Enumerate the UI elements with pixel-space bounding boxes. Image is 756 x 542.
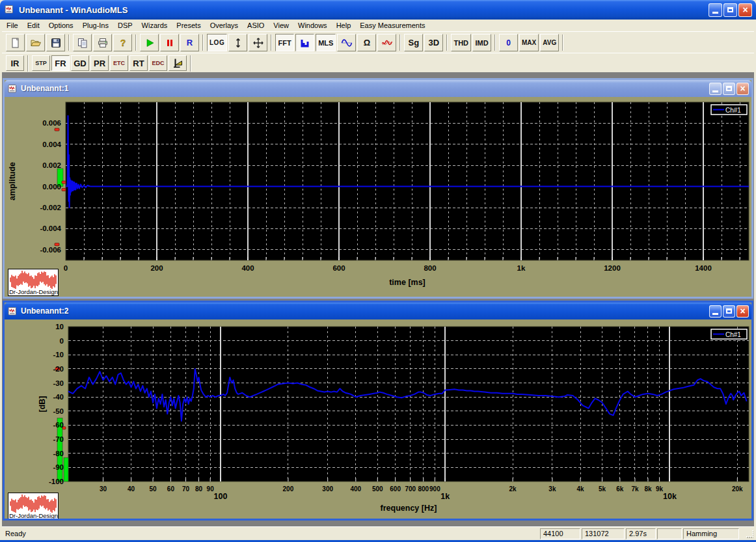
toolbar-button-log-scale[interactable]: LOG [207, 34, 227, 51]
child2-minimize-button[interactable] [709, 305, 722, 318]
toolbar-button-thd[interactable]: THD [451, 34, 471, 51]
x-minor-tick-label: 3k [548, 485, 556, 493]
toolbar-button-reverb-time[interactable]: RT [129, 55, 148, 71]
menu-windows[interactable]: Windows [293, 21, 332, 30]
menu-dsp[interactable]: DSP [113, 21, 137, 30]
toolbar-button-open-file[interactable] [26, 34, 45, 51]
toolbar-button-signal-generator[interactable]: Sg [404, 34, 423, 51]
toolbar-button-generator[interactable] [169, 55, 187, 71]
menu-easy-measurements[interactable]: Easy Measurements [355, 21, 429, 30]
toolbar-button-help[interactable]: ? [113, 34, 132, 51]
toolbar-button-frequency-response[interactable]: FR [51, 55, 70, 71]
svg-text:Ch#1: Ch#1 [725, 107, 741, 114]
toolbar-button-pause[interactable] [160, 34, 179, 51]
child1-minimize-button[interactable] [709, 83, 722, 95]
toolbar-button-vertical-scale[interactable] [228, 34, 247, 51]
status-bar: Ready 44100 131072 2.97s Hamming [2, 526, 754, 540]
dr-jordan-design-logo: Dr-Jordan-Design [8, 269, 59, 296]
toolbar-button-polar-wave[interactable] [377, 34, 396, 51]
toolbar-button-fft[interactable]: FFT [275, 34, 294, 51]
toolbar-button-phase-response[interactable]: PR [90, 55, 109, 71]
toolbar-button-mls[interactable]: MLS [316, 34, 336, 51]
child-window-impulse: Unbenannt:1 × Ch#10.0060.0040.0020.000-0… [3, 78, 753, 299]
status-sample-rate: 44100 [540, 528, 580, 539]
toolbar-button-copy[interactable] [73, 34, 92, 51]
child-window-2-title: Unbenannt:2 [21, 306, 709, 316]
child1-close-button[interactable]: × [736, 83, 749, 95]
y-tick-label: -30 [53, 379, 64, 387]
toolbar-separator [562, 34, 563, 51]
legend: Ch#1 [711, 329, 747, 339]
close-button[interactable]: × [738, 3, 752, 17]
y-axis-label: [dB] [38, 396, 47, 413]
y-tick-label: -40 [53, 393, 64, 401]
toolbar-button-zero[interactable]: 0 [499, 34, 518, 51]
toolbar-button-play[interactable] [140, 34, 159, 51]
level-meter-bar [64, 457, 68, 481]
spectrum-icon [299, 37, 311, 49]
x-minor-tick-label: 700 [405, 485, 416, 493]
menu-file[interactable]: File [2, 21, 23, 30]
child1-maximize-button[interactable] [723, 83, 735, 95]
toolbar-button-impulse-response[interactable]: IR [6, 55, 24, 71]
toolbar-button-energy-time-curve[interactable]: ETC [110, 55, 128, 71]
x-tick-label: 0 [64, 264, 68, 272]
toolbar-separator [494, 34, 496, 51]
x-tick-label: 1400 [695, 264, 712, 272]
menu-asio[interactable]: ASIO [243, 21, 269, 30]
y-tick-label: -60 [53, 421, 64, 429]
child2-close-button[interactable]: × [736, 305, 749, 318]
toolbar-button-record[interactable]: R [180, 34, 199, 51]
x-tick-label: 400 [241, 264, 254, 272]
toolbar-button-new-file[interactable] [6, 34, 25, 51]
toolbar-button-group-delay[interactable]: GD [71, 55, 89, 71]
toolbar-button-average[interactable]: AVG [540, 34, 559, 51]
impulse-chart: Ch#10.0060.0040.0020.000-0.002-0.004-0.0… [5, 97, 751, 297]
move-icon [252, 37, 264, 49]
toolbar-button-imd[interactable]: IMD [472, 34, 491, 51]
peak-hold-marker [62, 188, 66, 191]
x-minor-tick-label: 8k [644, 485, 652, 493]
toolbar-button-spectrum[interactable] [295, 34, 314, 51]
menu-help[interactable]: Help [332, 21, 356, 30]
floppy-icon [50, 37, 62, 49]
x-tick-label: 200 [150, 264, 163, 272]
status-message: Ready [2, 530, 540, 537]
toolbar-button-step-response[interactable]: STP [32, 55, 50, 71]
peak-hold-marker [55, 128, 59, 131]
menu-wizards[interactable]: Wizards [137, 21, 172, 30]
toolbar-separator [135, 34, 137, 51]
status-fft-size: 131072 [582, 528, 625, 539]
x-tick-label: 600 [332, 264, 345, 272]
toolbar-button-save-file[interactable] [46, 34, 65, 51]
x-minor-tick-label: 200 [283, 485, 294, 493]
x-tick-label: 1k [440, 492, 450, 501]
toolbar-button-sine-signal[interactable] [337, 34, 356, 51]
main-toolbar: ?RLOGFFTMLSΩSg3DTHDIMD0MAXAVG [2, 31, 754, 53]
toolbar-button-pan-move[interactable] [249, 34, 267, 51]
toolbar-button-impedance[interactable]: Ω [357, 34, 376, 51]
toolbar-button-print[interactable] [93, 34, 112, 51]
menu-options[interactable]: Options [44, 21, 78, 30]
child-window-1-titlebar[interactable]: Unbenannt:1 × [5, 80, 751, 97]
toolbar-button-max-hold[interactable]: MAX [519, 34, 539, 51]
x-minor-tick-label: 90 [207, 485, 215, 493]
svg-text:?: ? [120, 38, 126, 48]
child2-maximize-button[interactable] [723, 305, 735, 318]
menu-view[interactable]: View [269, 21, 293, 30]
toolbar-button-waterfall-3d[interactable]: 3D [424, 34, 443, 51]
sine-icon [341, 37, 353, 49]
resize-grip[interactable] [744, 528, 753, 539]
child-window-2-titlebar[interactable]: Unbenannt:2 × [5, 303, 751, 319]
toolbar-button-energy-decay-curve[interactable]: EDC [149, 55, 167, 71]
menu-presets[interactable]: Presets [172, 21, 205, 30]
maximize-button[interactable] [723, 3, 737, 17]
menu-plug-ins[interactable]: Plug-Ins [78, 21, 113, 30]
minimize-button[interactable] [709, 3, 722, 17]
x-minor-tick-label: 50 [149, 485, 157, 493]
main-titlebar[interactable]: Unbenannt - WinAudioMLS × [0, 0, 756, 20]
menu-overlays[interactable]: Overlays [206, 21, 243, 30]
y-tick-label: -20 [53, 365, 64, 373]
status-window-function: Hamming [683, 528, 739, 539]
menu-edit[interactable]: Edit [23, 21, 44, 30]
